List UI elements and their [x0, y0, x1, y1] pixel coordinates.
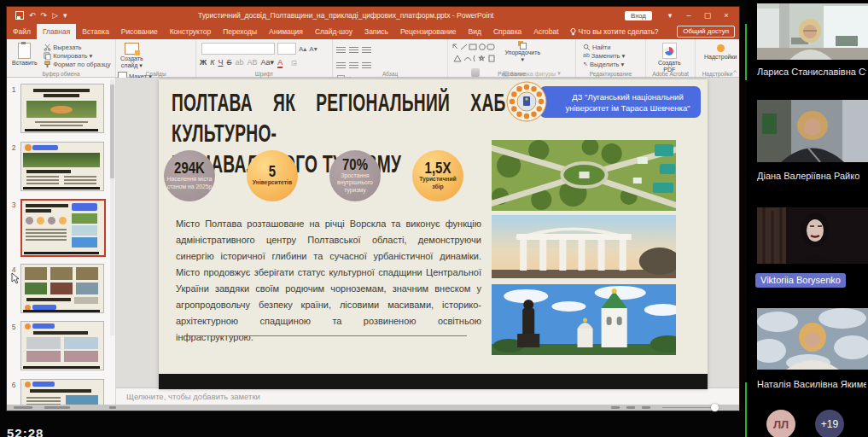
maximize-button[interactable]: ▢ — [698, 7, 717, 24]
font-name-select[interactable] — [201, 43, 275, 55]
ribbon-group-editing: Найти abЗаменить ▾ ⇖Выделить ▾ Редактиро… — [576, 39, 646, 77]
close-button[interactable]: × — [717, 7, 736, 24]
line-spacing-icon[interactable] — [362, 62, 371, 69]
photo-aerial-park[interactable] — [492, 140, 676, 211]
redo-icon[interactable]: ↷ — [41, 12, 48, 20]
bold-button[interactable]: Ж — [200, 58, 207, 67]
addins-button[interactable]: Надстройки — [704, 42, 737, 61]
slide-thumbnail[interactable] — [20, 264, 104, 313]
participant-avatar-initials[interactable]: ЛЛ — [766, 410, 795, 437]
slide-thumbnail-selected[interactable] — [20, 199, 106, 257]
share-button[interactable]: Общий доступ — [677, 26, 735, 38]
ppt-titlebar: ↶ ↷ ▷ ▾ Туристичний_досвід_Полтавщини_на… — [7, 7, 739, 24]
bullets-icon[interactable] — [336, 47, 346, 54]
slide-canvas-area: ПОЛТАВА ЯК РЕГІОНАЛЬНИЙ ХАБ КУЛЬТУРНО- П… — [116, 78, 739, 387]
indent-icon[interactable] — [362, 47, 371, 54]
paste-button[interactable]: Вставить — [12, 43, 38, 67]
qat-customize-icon[interactable]: ▾ — [63, 12, 67, 20]
strikethrough-button[interactable]: S — [226, 58, 231, 67]
grow-font-icon[interactable]: А▴ — [299, 45, 306, 53]
participant-name: Лариса Станиславівна Ст... — [757, 67, 866, 77]
arrange-button[interactable]: Упорядочить▾ — [504, 41, 540, 63]
slide-thumbnail[interactable] — [20, 142, 104, 191]
tab-review[interactable]: Рецензирование — [394, 24, 463, 39]
sign-in-button[interactable]: Вход — [625, 11, 652, 20]
ribbon-group-paragraph: Направление текста ▾ Выровнять текст Пре… — [333, 39, 448, 77]
tab-record[interactable]: Запись — [358, 24, 394, 39]
minimize-button[interactable]: – — [679, 7, 698, 24]
align-left-icon[interactable] — [336, 62, 346, 69]
stat-tourism-growth[interactable]: 70% Зростання внутрішнього туризму — [329, 150, 381, 201]
start-slideshow-icon[interactable]: ▷ — [52, 12, 58, 20]
thumbnails-scrollbar[interactable] — [110, 79, 114, 335]
ribbon-group-clipboard: Вставить Вырезать Копировать ▾ Формат по… — [7, 39, 116, 77]
create-pdf-button[interactable]: Создать PDF — [658, 43, 681, 73]
slide-body-text[interactable]: Місто Полтава розташоване на річці Ворск… — [176, 216, 481, 346]
view-slideshow-icon[interactable] — [642, 406, 650, 409]
format-painter-button[interactable]: Формат по образцу — [44, 61, 110, 68]
video-tile-diana[interactable] — [757, 100, 868, 162]
copy-button[interactable]: Копировать ▾ — [44, 52, 110, 60]
video-tile-viktoriia[interactable] — [757, 207, 868, 264]
stat-universities[interactable]: 5 Університетів — [247, 150, 298, 201]
university-badge[interactable]: ДЗ "Луганський національний університет … — [539, 86, 701, 118]
new-slide-button[interactable]: Создать слайд ▾ — [120, 43, 143, 69]
tab-view[interactable]: Вид — [463, 24, 487, 39]
video-tile-larysa[interactable] — [757, 3, 868, 60]
zoom-slider-knob[interactable] — [711, 404, 719, 411]
shrink-font-icon[interactable]: А▾ — [309, 45, 317, 53]
tab-acrobat[interactable]: Acrobat — [527, 24, 564, 39]
character-spacing-button[interactable]: АВ — [247, 58, 257, 67]
more-participants-count[interactable]: +19 — [815, 410, 844, 437]
underline-button[interactable]: Ч — [218, 58, 223, 67]
tab-design[interactable]: Конструктор — [164, 24, 217, 39]
lightbulb-icon — [570, 28, 576, 36]
zoom-slider[interactable] — [662, 407, 715, 408]
view-normal-icon[interactable] — [611, 406, 620, 409]
tab-insert[interactable]: Вставка — [76, 24, 115, 39]
align-center-icon[interactable] — [349, 62, 358, 69]
tab-draw[interactable]: Рисование — [115, 24, 164, 39]
thumbnail-row-2: 2 — [7, 142, 104, 191]
tab-animations[interactable]: Анимация — [263, 24, 309, 39]
italic-button[interactable]: К — [210, 58, 214, 67]
university-logo[interactable] — [506, 81, 547, 122]
stat-population[interactable]: 294K Населення міста станом на 2025р — [164, 150, 215, 201]
tab-home[interactable]: Главная — [37, 24, 76, 39]
shapes-gallery[interactable] — [451, 43, 496, 65]
slide-thumbnail[interactable] — [20, 321, 104, 370]
tab-file[interactable]: Файл — [7, 24, 37, 39]
photo-monument-church[interactable] — [492, 284, 676, 355]
font-dialog-launcher-icon[interactable]: ◲ — [291, 60, 297, 67]
tell-me-box[interactable]: Что вы хотите сделать? — [565, 24, 664, 39]
stat-tourist-fee[interactable]: 1,5X Туристичний збір — [412, 150, 463, 201]
slide-thumbnail[interactable] — [20, 379, 104, 405]
paste-icon — [18, 43, 31, 59]
slide-canvas[interactable]: ПОЛТАВА ЯК РЕГІОНАЛЬНИЙ ХАБ КУЛЬТУРНО- П… — [159, 79, 708, 389]
view-sorter-icon[interactable] — [626, 406, 635, 409]
notes-pane[interactable]: Щелкните, чтобы добавить заметки — [116, 387, 739, 405]
numbering-icon[interactable] — [349, 47, 358, 54]
cut-button[interactable]: Вырезать — [44, 44, 110, 51]
tab-slideshow[interactable]: Слайд-шоу — [309, 24, 358, 39]
splitter-grip[interactable] — [109, 406, 116, 409]
ribbon-display-options-icon[interactable]: ▾ — [661, 7, 679, 24]
scissors-icon — [44, 44, 51, 51]
font-size-select[interactable] — [277, 43, 296, 55]
font-color-button[interactable]: А — [277, 58, 283, 68]
save-icon[interactable] — [15, 11, 24, 20]
change-case-button[interactable]: Аа▾ — [261, 58, 275, 67]
tab-transitions[interactable]: Переходы — [217, 24, 263, 39]
find-button[interactable]: Найти — [583, 44, 625, 51]
slide-thumbnail[interactable] — [20, 84, 104, 133]
photo-rotunda[interactable] — [492, 215, 676, 278]
text-shadow-button[interactable]: ab — [235, 58, 243, 67]
tab-help[interactable]: Справка — [487, 24, 527, 39]
collapse-ribbon-icon[interactable]: ^ — [733, 68, 737, 76]
select-button[interactable]: ⇖Выделить ▾ — [583, 61, 625, 68]
window-controls: Вход ▾ – ▢ × — [625, 7, 739, 24]
slide-bottom-bar — [159, 374, 708, 389]
video-tile-nataliia[interactable] — [757, 308, 868, 370]
undo-icon[interactable]: ↶ — [29, 12, 36, 20]
replace-button[interactable]: abЗаменить ▾ — [583, 52, 625, 60]
